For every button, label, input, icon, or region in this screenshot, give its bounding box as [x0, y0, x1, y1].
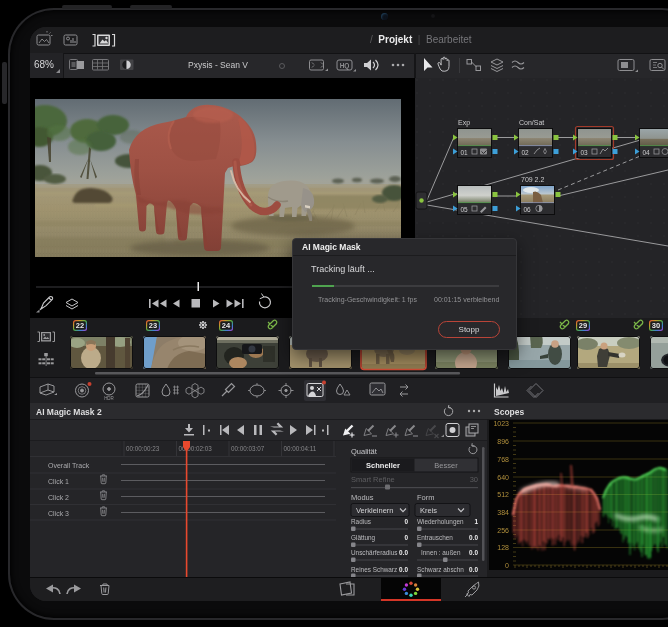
- svg-text:0: 0: [404, 518, 408, 525]
- svg-text:30: 30: [470, 475, 478, 484]
- svg-text:256: 256: [497, 527, 509, 534]
- svg-text:Reines Schwarz: Reines Schwarz: [351, 566, 397, 573]
- svg-text:Overall Track: Overall Track: [48, 462, 90, 469]
- svg-text:Click 1: Click 1: [48, 478, 69, 485]
- svg-text:06: 06: [524, 206, 532, 213]
- svg-text:AI Magic Mask 2: AI Magic Mask 2: [36, 407, 102, 417]
- svg-text:Con/Sat: Con/Sat: [519, 119, 544, 126]
- svg-text:00:00:04:11: 00:00:04:11: [284, 445, 317, 452]
- svg-text:30: 30: [652, 321, 660, 330]
- svg-text:Verkleinern: Verkleinern: [356, 506, 394, 515]
- svg-text:Click 3: Click 3: [48, 510, 69, 517]
- svg-text:Qualität: Qualität: [351, 447, 378, 456]
- svg-text:Besser: Besser: [434, 461, 458, 470]
- svg-text:23: 23: [149, 321, 157, 330]
- svg-text:02: 02: [522, 149, 530, 156]
- svg-text:896: 896: [497, 438, 509, 445]
- svg-text:384: 384: [497, 509, 509, 516]
- svg-text:0.0: 0.0: [469, 534, 478, 541]
- svg-text:Smart Refine: Smart Refine: [351, 475, 395, 484]
- svg-text:Schwarz abschn: Schwarz abschn: [417, 566, 464, 573]
- svg-text:24: 24: [222, 321, 231, 330]
- svg-text:Click 2: Click 2: [48, 494, 69, 501]
- svg-text:00:00:00:23: 00:00:00:23: [126, 445, 160, 452]
- svg-text:1: 1: [474, 518, 478, 525]
- svg-text:03: 03: [581, 149, 589, 156]
- svg-text:29: 29: [579, 321, 587, 330]
- svg-text:Radius: Radius: [351, 518, 371, 525]
- svg-text:0: 0: [505, 562, 509, 569]
- svg-text:Unschärferadius: Unschärferadius: [351, 549, 398, 556]
- svg-text:Innen : außen: Innen : außen: [421, 549, 461, 556]
- svg-text:0.0: 0.0: [469, 566, 478, 573]
- svg-text:640: 640: [497, 474, 509, 481]
- svg-text:1023: 1023: [493, 420, 509, 427]
- svg-text:Wiederholungen: Wiederholungen: [417, 518, 464, 526]
- svg-text:Modus: Modus: [351, 493, 374, 502]
- svg-text:768: 768: [497, 456, 509, 463]
- svg-text:Glättung: Glättung: [351, 534, 376, 542]
- svg-text:Scopes: Scopes: [494, 407, 525, 417]
- svg-text:0.0: 0.0: [399, 566, 408, 573]
- svg-text:Form: Form: [417, 493, 435, 502]
- svg-text:709 2.2: 709 2.2: [521, 176, 544, 183]
- svg-text:01: 01: [461, 149, 469, 156]
- svg-text:04: 04: [643, 149, 651, 156]
- svg-text:0: 0: [404, 534, 408, 541]
- svg-text:HDR: HDR: [104, 396, 114, 401]
- svg-text:05: 05: [461, 206, 469, 213]
- svg-text:512: 512: [497, 491, 509, 498]
- svg-text:Entrauschen: Entrauschen: [417, 534, 453, 541]
- svg-text:0.0: 0.0: [469, 549, 478, 556]
- svg-text:HQ: HQ: [340, 62, 350, 70]
- svg-text:00:00:03:07: 00:00:03:07: [231, 445, 265, 452]
- svg-text:22: 22: [76, 321, 84, 330]
- svg-text:Kreis: Kreis: [420, 506, 437, 515]
- svg-text:0.0: 0.0: [399, 549, 408, 556]
- svg-text:Schneller: Schneller: [366, 461, 400, 470]
- svg-text:Exp: Exp: [458, 119, 470, 127]
- svg-text:128: 128: [497, 544, 509, 551]
